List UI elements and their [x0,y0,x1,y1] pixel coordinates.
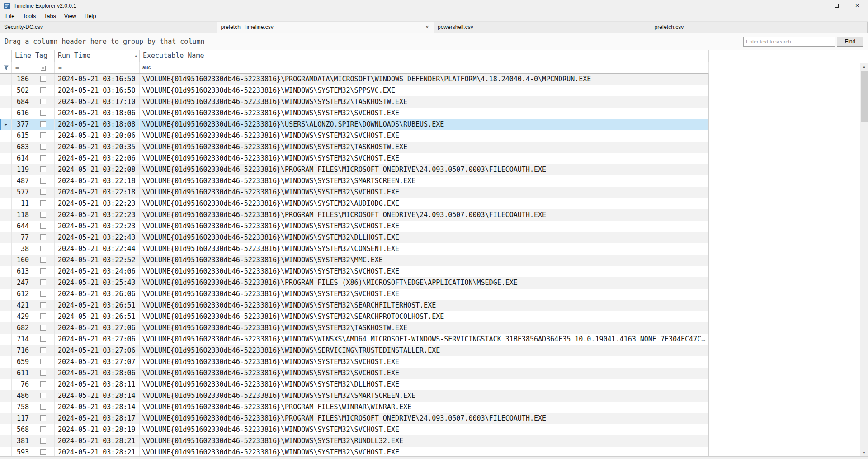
table-row[interactable]: 5022024-05-21 03:16:50\VOLUME{01d9516023… [0,85,708,96]
table-row[interactable]: 4292024-05-21 03:26:51\VOLUME{01d9516023… [0,311,708,322]
table-row[interactable]: 4212024-05-21 03:26:51\VOLUME{01d9516023… [0,300,708,311]
column-header-run-time[interactable]: Run Time ▲ [55,50,140,62]
tab-security-dc-csv[interactable]: Security-DC.csv [0,22,217,33]
table-row[interactable]: 5772024-05-21 03:22:18\VOLUME{01d9516023… [0,187,708,198]
tab-prefetch-timeline-csv[interactable]: prefetch_Timeline.csv × [217,22,434,33]
filter-funnel-cell[interactable] [0,62,12,73]
tab-powershell-csv[interactable]: powershell.csv [434,22,651,33]
tag-checkbox[interactable] [40,279,46,285]
filter-tag[interactable] [32,62,55,73]
table-row[interactable]: 6822024-05-21 03:27:06\VOLUME{01d9516023… [0,322,708,334]
column-header-tag[interactable]: Tag [32,50,55,62]
tag-checkbox[interactable] [40,121,46,127]
table-row[interactable]: 2472024-05-21 03:25:43\VOLUME{01d9516023… [0,277,708,289]
close-button[interactable]: ✕ [847,0,868,11]
table-row[interactable]: 762024-05-21 03:28:11\VOLUME{01d95160233… [0,379,708,390]
cell-line: 593 [12,447,32,456]
menu-view[interactable]: View [60,11,80,22]
table-row[interactable]: 1192024-05-21 03:22:08\VOLUME{01d9516023… [0,164,708,175]
row-indicator-cell [0,108,12,119]
tab-close-icon[interactable]: × [425,24,430,30]
table-row[interactable]: 7142024-05-21 03:27:06\VOLUME{01d9516023… [0,334,708,345]
search-input[interactable] [743,37,835,47]
table-row[interactable]: 7582024-05-21 03:28:14\VOLUME{01d9516023… [0,402,708,413]
table-row[interactable]: 6132024-05-21 03:24:06\VOLUME{01d9516023… [0,266,708,277]
table-row[interactable]: 1172024-05-21 03:28:17\VOLUME{01d9516023… [0,413,708,424]
tag-checkbox[interactable] [40,234,46,240]
tag-checkbox[interactable] [40,336,46,342]
tag-checkbox[interactable] [40,404,46,410]
table-row[interactable]: 6122024-05-21 03:26:06\VOLUME{01d9516023… [0,289,708,300]
table-row[interactable]: 5932024-05-21 03:28:21\VOLUME{01d9516023… [0,447,708,456]
table-row[interactable]: 5682024-05-21 03:28:19\VOLUME{01d9516023… [0,424,708,435]
column-header-line[interactable]: Line [12,50,32,62]
menu-file[interactable]: File [1,11,19,22]
filter-executable-name[interactable]: aBc [140,62,709,73]
tag-checkbox[interactable] [40,246,46,251]
table-row[interactable]: 6162024-05-21 03:18:06\VOLUME{01d9516023… [0,108,708,119]
column-header-executable-name[interactable]: Executable Name [140,50,709,62]
tag-checkbox[interactable] [40,291,46,297]
tag-checkbox[interactable] [40,200,46,206]
tag-checkbox[interactable] [40,393,46,398]
find-button[interactable]: Find [837,37,863,47]
tag-checkbox[interactable] [40,370,46,376]
scroll-up-button[interactable]: ▲ [860,63,868,71]
table-row[interactable]: 4872024-05-21 03:22:18\VOLUME{01d9516023… [0,175,708,187]
tab-prefetch-csv[interactable]: prefetch.csv [651,22,868,33]
table-row[interactable]: 1602024-05-21 03:22:52\VOLUME{01d9516023… [0,255,708,266]
filter-line[interactable]: = [12,62,32,73]
table-row[interactable]: 4862024-05-21 03:28:14\VOLUME{01d9516023… [0,390,708,402]
table-row[interactable]: 6842024-05-21 03:17:10\VOLUME{01d9516023… [0,96,708,108]
tag-checkbox[interactable] [40,144,46,150]
tag-checkbox[interactable] [40,426,46,432]
tag-checkbox[interactable] [40,257,46,263]
tag-checkbox[interactable] [40,223,46,229]
tag-checkbox[interactable] [40,325,46,331]
table-row-selected[interactable]: ▶3772024-05-21 03:18:08\VOLUME{01d951602… [0,119,708,130]
tag-checkbox[interactable] [40,99,46,104]
table-row[interactable]: 7162024-05-21 03:27:06\VOLUME{01d9516023… [0,345,708,356]
tag-checkbox[interactable] [40,178,46,184]
filter-run-time[interactable]: = [55,62,140,73]
tag-checkbox[interactable] [40,381,46,387]
tag-checkbox[interactable] [40,313,46,319]
table-row[interactable]: 772024-05-21 03:22:43\VOLUME{01d95160233… [0,232,708,243]
table-row[interactable]: 112024-05-21 03:22:23\VOLUME{01d95160233… [0,198,708,209]
tag-checkbox[interactable] [40,302,46,308]
tag-checkbox[interactable] [40,212,46,218]
tag-checkbox[interactable] [40,155,46,161]
vertical-scrollbar[interactable]: ▲ ▼ [860,63,868,456]
tag-checkbox[interactable] [40,359,46,364]
group-by-bar[interactable]: Drag a column header here to group by th… [0,33,868,50]
scrollbar-thumb[interactable] [861,71,868,122]
table-row[interactable]: 6142024-05-21 03:22:06\VOLUME{01d9516023… [0,153,708,164]
tag-checkbox[interactable] [40,268,46,274]
cell-run-time: 2024-05-21 03:27:06 [55,345,140,356]
tag-checkbox[interactable] [40,449,46,455]
tag-checkbox[interactable] [40,347,46,353]
table-row[interactable]: 6592024-05-21 03:27:07\VOLUME{01d9516023… [0,356,708,368]
menu-help[interactable]: Help [80,11,100,22]
maximize-button[interactable] [826,0,847,11]
tag-checkbox[interactable] [40,110,46,116]
menu-tools[interactable]: Tools [19,11,40,22]
table-row[interactable]: 6442024-05-21 03:22:23\VOLUME{01d9516023… [0,221,708,232]
tag-checkbox[interactable] [40,438,46,444]
table-row[interactable]: 6112024-05-21 03:28:06\VOLUME{01d9516023… [0,368,708,379]
menu-tabs[interactable]: Tabs [40,11,60,22]
table-row[interactable]: 6832024-05-21 03:20:35\VOLUME{01d9516023… [0,142,708,153]
tag-checkbox[interactable] [40,415,46,421]
table-row[interactable]: 3812024-05-21 03:28:21\VOLUME{01d9516023… [0,435,708,447]
table-row[interactable]: 6152024-05-21 03:20:06\VOLUME{01d9516023… [0,130,708,142]
scroll-down-button[interactable]: ▼ [860,449,868,456]
tag-checkbox[interactable] [40,189,46,195]
tag-checkbox[interactable] [40,132,46,138]
tag-checkbox[interactable] [40,166,46,172]
table-row[interactable]: 1182024-05-21 03:22:23\VOLUME{01d9516023… [0,209,708,221]
table-row[interactable]: 1862024-05-21 03:16:50\VOLUME{01d9516023… [0,74,708,85]
tag-checkbox[interactable] [40,76,46,82]
table-row[interactable]: 382024-05-21 03:22:44\VOLUME{01d95160233… [0,243,708,255]
tag-checkbox[interactable] [40,87,46,93]
minimize-button[interactable] [805,0,826,11]
